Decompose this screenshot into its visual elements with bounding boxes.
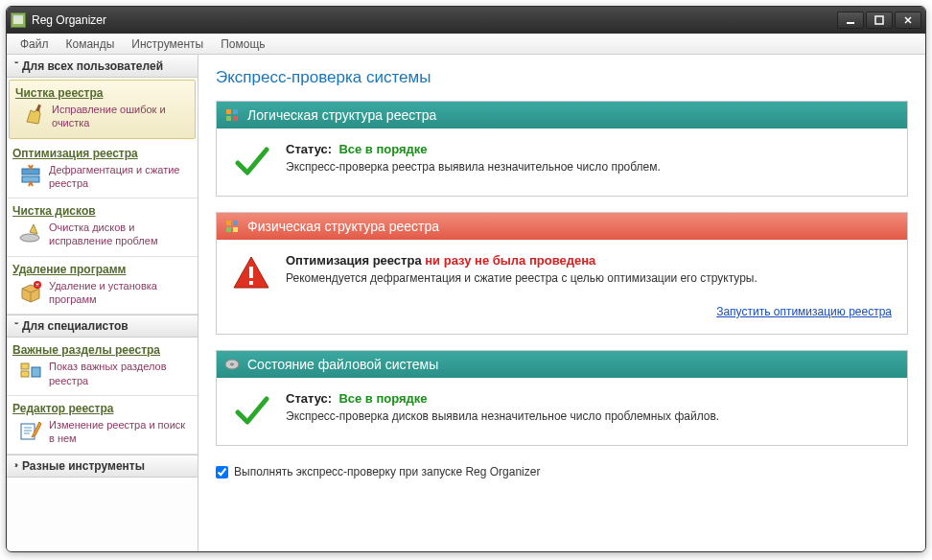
run-optimization-link[interactable]: Запустить оптимизацию реестра — [716, 305, 892, 318]
card-title: Состояние файловой системы — [247, 357, 438, 372]
content-area: ˇˇ Для всех пользователей Чистка реестра… — [7, 55, 925, 551]
puzzle-icon — [224, 219, 240, 234]
menu-commands[interactable]: Команды — [58, 35, 123, 53]
group-title[interactable]: Важные разделы реестра — [12, 343, 192, 357]
svg-rect-14 — [233, 109, 238, 114]
edit-icon — [18, 418, 43, 443]
menu-help[interactable]: Помощь — [213, 35, 272, 53]
chevron-right-icon: ›› — [14, 461, 16, 470]
maximize-button[interactable] — [866, 12, 893, 29]
card-filesystem: Состояние файловой системы Статус: Все в… — [216, 350, 908, 446]
checkmark-icon — [232, 142, 270, 180]
status-label: Статус: — [286, 142, 332, 156]
svg-rect-9 — [21, 363, 29, 369]
status-value: Все в порядке — [338, 391, 427, 406]
sidebar-section-users[interactable]: ˇˇ Для всех пользователей — [7, 55, 198, 78]
group-desc[interactable]: Очистка дисков и исправление проблем — [49, 221, 192, 248]
svg-rect-3 — [875, 16, 883, 24]
svg-rect-15 — [226, 116, 231, 121]
chevron-down-icon: ˇˇ — [14, 61, 16, 70]
card-title: Физическая структура реестра — [247, 219, 439, 234]
broom-icon — [21, 103, 46, 128]
status-value: ни разу не была проведена — [425, 253, 595, 268]
status-desc: Экспресс-проверка дисков выявила незначи… — [286, 409, 892, 423]
footer-option: Выполнять экспресс-проверку при запуске … — [216, 465, 908, 478]
svg-point-24 — [230, 363, 234, 366]
svg-rect-1 — [13, 15, 23, 17]
chevron-down-icon: ˇˇ — [14, 322, 16, 331]
group-desc[interactable]: Показ важных разделов реестра — [49, 360, 192, 387]
sidebar: ˇˇ Для всех пользователей Чистка реестра… — [7, 55, 198, 551]
window-title: Reg Organizer — [32, 13, 837, 27]
card-title: Логическая структура реестра — [247, 107, 436, 123]
svg-rect-2 — [847, 22, 854, 24]
disk-icon — [224, 357, 240, 372]
menu-file[interactable]: Файл — [12, 35, 57, 53]
sidebar-section-label: Для всех пользователей — [22, 59, 163, 73]
svg-rect-13 — [226, 109, 231, 114]
sidebar-item-registry-clean[interactable]: Чистка реестра Исправление ошибок и очис… — [9, 80, 196, 139]
svg-rect-22 — [249, 281, 253, 285]
disk-broom-icon — [18, 221, 43, 245]
group-desc[interactable]: Изменение реестра и поиск в нем — [49, 418, 192, 446]
group-title[interactable]: Редактор реестра — [12, 402, 192, 415]
status-value: Все в порядке — [338, 142, 427, 156]
card-physical-structure: Физическая структура реестра Оптимизация… — [216, 212, 908, 335]
svg-rect-17 — [226, 221, 231, 225]
sidebar-section-pros[interactable]: ˇˇ Для специалистов — [7, 315, 198, 338]
menubar: Файл Команды Инструменты Помощь — [7, 34, 925, 55]
checkmark-icon — [232, 391, 270, 430]
page-title: Экспресс-проверка системы — [216, 68, 908, 87]
titlebar[interactable]: Reg Organizer — [7, 7, 925, 34]
svg-rect-0 — [13, 17, 23, 24]
main-panel: Экспресс-проверка системы Логическая стр… — [198, 55, 925, 551]
svg-rect-18 — [233, 221, 238, 225]
group-title[interactable]: Оптимизация реестра — [12, 147, 192, 160]
window-controls — [837, 12, 921, 29]
close-button[interactable] — [895, 12, 921, 29]
svg-rect-20 — [233, 227, 238, 232]
puzzle-icon — [224, 107, 240, 123]
menu-tools[interactable]: Инструменты — [124, 35, 211, 53]
warning-icon — [232, 253, 270, 292]
status-desc: Экспресс-проверка реестра выявила незнач… — [286, 160, 892, 174]
card-logical-structure: Логическая структура реестра Статус: Все… — [216, 101, 908, 197]
svg-rect-10 — [21, 371, 29, 377]
sidebar-item-uninstall[interactable]: Удаление программ Удаление и установка п… — [7, 257, 198, 315]
app-window: Reg Organizer Файл Команды Инструменты П… — [6, 6, 926, 552]
group-title[interactable]: Чистка реестра — [15, 86, 189, 100]
card-header: Логическая структура реестра — [217, 102, 907, 128]
minimize-button[interactable] — [837, 12, 864, 29]
sidebar-section-label: Разные инструменты — [22, 459, 145, 473]
footer-option-label: Выполнять экспресс-проверку при запуске … — [234, 465, 540, 478]
registry-keys-icon — [18, 360, 43, 385]
svg-rect-19 — [226, 227, 231, 232]
sidebar-section-label: Для специалистов — [22, 319, 128, 333]
status-label: Оптимизация реестра — [286, 253, 422, 268]
status-label: Статус: — [286, 391, 332, 406]
express-check-checkbox[interactable] — [216, 466, 228, 478]
compress-icon — [18, 163, 43, 188]
svg-rect-11 — [32, 367, 40, 377]
sidebar-section-tools[interactable]: ›› Разные инструменты — [7, 455, 198, 478]
card-header: Состояние файловой системы — [217, 351, 907, 378]
sidebar-item-important-keys[interactable]: Важные разделы реестра Показ важных разд… — [7, 338, 198, 396]
svg-rect-21 — [249, 267, 253, 278]
box-icon — [18, 279, 43, 304]
sidebar-item-registry-optimize[interactable]: Оптимизация реестра Дефрагментация и сжа… — [7, 141, 198, 199]
svg-point-7 — [20, 234, 39, 242]
group-desc[interactable]: Дефрагментация и сжатие реестра — [49, 163, 192, 191]
sidebar-item-registry-editor[interactable]: Редактор реестра Изменение реестра и пои… — [7, 396, 198, 455]
group-title[interactable]: Удаление программ — [12, 263, 192, 276]
sidebar-item-disk-clean[interactable]: Чистка дисков Очистка дисков и исправлен… — [7, 198, 198, 257]
group-title[interactable]: Чистка дисков — [12, 204, 192, 218]
group-desc[interactable]: Удаление и установка программ — [49, 279, 192, 307]
group-desc[interactable]: Исправление ошибок и очистка — [52, 103, 189, 130]
app-icon — [11, 12, 26, 28]
card-header: Физическая структура реестра — [217, 213, 907, 240]
svg-rect-16 — [233, 116, 238, 121]
status-desc: Рекомендуется дефрагментация и сжатие ре… — [286, 271, 892, 285]
